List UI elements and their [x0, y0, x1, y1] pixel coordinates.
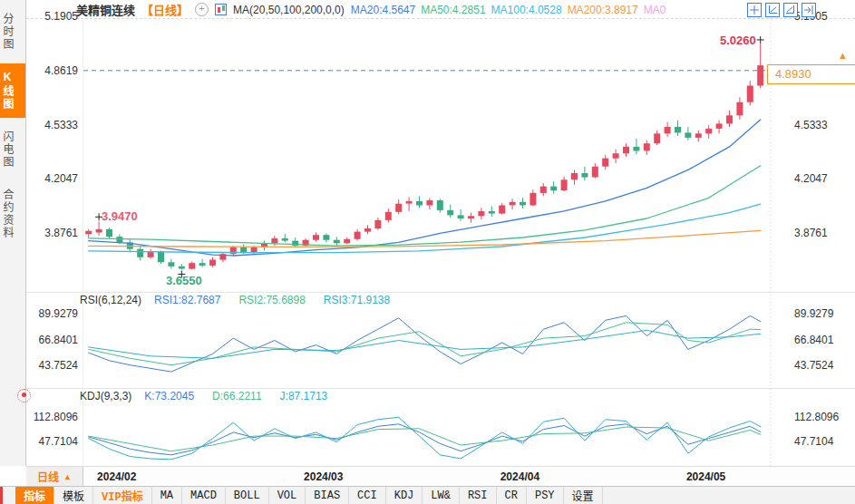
tab-ma[interactable]: MA: [152, 487, 182, 504]
rsi-axis-label-left: 43.7524: [31, 359, 78, 372]
ma-value-3: MA200:3.8917: [568, 4, 638, 16]
sidebar-item-time-chart[interactable]: 分时图: [0, 5, 25, 58]
rsi-value-1: RSI2:75.6898: [238, 294, 305, 306]
rsi-axis-label-right: 43.7524: [794, 359, 852, 372]
bar-spacer: [3, 487, 15, 504]
rsi-values: RSI1:82.7687RSI2:75.6898RSI3:71.9138: [154, 294, 395, 306]
period-up-arrow-icon: ▲: [63, 472, 72, 481]
price-axis-label-left: 3.8761: [31, 227, 78, 239]
price-axis-label-right: 4.5333: [794, 119, 852, 131]
period-tag[interactable]: 【日线】: [141, 1, 189, 18]
month-label: 2024/04: [500, 470, 539, 483]
tab-bias[interactable]: BIAS: [306, 487, 349, 504]
kdj-value-0: K:73.2045: [144, 390, 194, 402]
tab-cr[interactable]: CR: [497, 487, 527, 504]
tab-psy[interactable]: PSY: [527, 487, 564, 504]
ma-value-4: MA0: [644, 4, 666, 16]
kdj-axis-label-right: 112.8096: [794, 411, 852, 423]
tab-templates[interactable]: 模板: [54, 487, 93, 504]
low-annotation: 3.6550: [166, 274, 202, 287]
rsi-panel-divider: [26, 292, 855, 293]
price-axis-label-right: 3.8761: [794, 227, 852, 239]
early-high-annotation: 3.9470: [102, 209, 138, 223]
live-broadcast-icon[interactable]: [17, 389, 31, 402]
rsi-axis-label-left: 66.8401: [31, 334, 78, 346]
kdj-axis-label-left: 112.8096: [31, 411, 78, 423]
sidebar-item-flash-chart[interactable]: 闪电图: [0, 123, 25, 176]
bottom-tab-bar: 指标模板VIP指标MAMACDBOLLVOLBIASCCIKDJLW&RSICR…: [0, 486, 855, 504]
header-separator: [26, 18, 855, 19]
tab-macd[interactable]: MACD: [182, 487, 226, 504]
app-root: 分时图K线图闪电图合约资料 美精铜连续 【日线】 + MA(20,50,100,…: [0, 0, 855, 504]
crosshair-icon[interactable]: [747, 3, 762, 17]
rsi-value-2: RSI3:71.9138: [324, 294, 390, 306]
high-annotation: 5.0260: [720, 34, 756, 47]
kdj-value-1: D:66.2211: [212, 390, 262, 402]
rsi-value-0: RSI1:82.7687: [154, 294, 220, 306]
ma-value-1: MA50:4.2851: [421, 4, 485, 16]
period-label: 日线: [37, 469, 59, 484]
ma-values: MA20:4.5647MA50:4.2851MA100:4.0528MA200:…: [351, 4, 672, 16]
tab-vol[interactable]: VOL: [269, 487, 306, 504]
last-price-box[interactable]: 4.8930: [767, 64, 855, 84]
left-axis-scale-icon[interactable]: [765, 3, 780, 17]
tab-cci[interactable]: CCI: [349, 487, 386, 504]
kdj-axis-label-right: 47.7104: [794, 435, 852, 448]
add-circle-icon[interactable]: +: [195, 3, 209, 16]
month-label: 2024/03: [304, 470, 343, 483]
rsi-header: RSI(6,12,24) RSI1:82.7687RSI2:75.6898RSI…: [80, 294, 395, 306]
ma-formula[interactable]: MA(20,50,100,200,0,0): [233, 4, 345, 16]
right-axis-scale-icon[interactable]: [783, 3, 798, 17]
price-axis-label-right: 4.2047: [794, 172, 852, 185]
period-selector-button[interactable]: 日线 ▲: [26, 467, 83, 487]
price-up-arrow-icon: ▲: [838, 50, 848, 61]
tab-settings[interactable]: 设置: [564, 487, 603, 504]
rsi-axis-label-right: 89.9279: [794, 307, 852, 320]
kdj-panel-divider: [26, 388, 855, 389]
price-axis-label-left: 4.2047: [31, 172, 78, 185]
tab-kdj[interactable]: KDJ: [386, 487, 423, 504]
tab-lwr[interactable]: LW&: [423, 487, 460, 504]
price-axis-label-left: 5.1905: [31, 10, 78, 23]
rsi-axis-label-left: 89.9279: [31, 307, 78, 320]
tab-rsi[interactable]: RSI: [460, 487, 497, 504]
kdj-title[interactable]: KDJ(9,3,3): [80, 390, 131, 402]
month-label: 2024/02: [97, 470, 136, 483]
kdj-values: K:73.2045D:66.2211J:87.1713: [144, 390, 333, 402]
kdj-value-2: J:87.1713: [280, 390, 328, 402]
snap-to-right-icon[interactable]: [802, 3, 816, 17]
chart-header: 美精铜连续 【日线】 + MA(20,50,100,200,0,0) MA20:…: [76, 2, 671, 17]
price-axis-label-left: 4.5333: [31, 119, 78, 131]
sidebar-item-contract-info[interactable]: 合约资料: [0, 181, 25, 247]
rsi-title[interactable]: RSI(6,12,24): [80, 294, 141, 306]
rsi-axis-label-right: 66.8401: [794, 334, 852, 346]
ma-value-2: MA100:4.0528: [491, 4, 562, 16]
kdj-header: KDJ(9,3,3) K:73.2045D:66.2211J:87.1713: [80, 390, 333, 402]
xaxis-row: 日线 ▲ 2024/022024/032024/042024/05: [26, 466, 855, 487]
kline-mini-icon: [215, 4, 227, 15]
chart-toolbar: [747, 3, 816, 17]
kdj-axis-label-left: 47.7104: [31, 435, 78, 448]
tab-indicators[interactable]: 指标: [15, 487, 54, 504]
tab-boll[interactable]: BOLL: [226, 487, 269, 504]
ma-value-0: MA20:4.5647: [351, 4, 415, 16]
instrument-title: 美精铜连续: [76, 1, 135, 18]
chart-canvas[interactable]: [0, 0, 855, 504]
month-label: 2024/05: [686, 470, 725, 483]
tab-vip-indicators[interactable]: VIP指标: [93, 487, 152, 504]
price-axis-label-left: 4.8619: [31, 64, 78, 77]
sidebar-item-kline-chart[interactable]: K线图: [0, 63, 25, 118]
